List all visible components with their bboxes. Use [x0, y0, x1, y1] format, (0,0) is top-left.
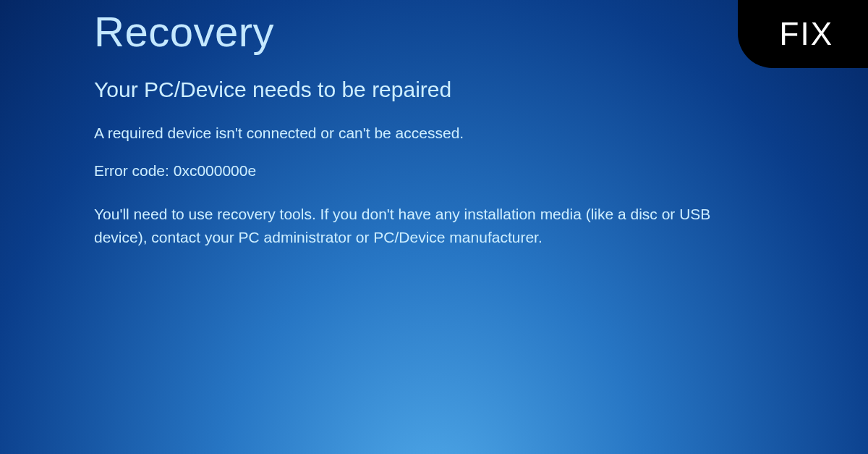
recovery-subtitle: Your PC/Device needs to be repaired [94, 77, 723, 102]
fix-badge: FIX [738, 0, 868, 68]
error-code: Error code: 0xc000000e [94, 162, 723, 180]
recovery-message: A required device isn't connected or can… [94, 122, 723, 143]
recovery-title: Recovery [94, 7, 723, 56]
recovery-instructions: You'll need to use recovery tools. If yo… [94, 203, 723, 248]
recovery-screen: Recovery Your PC/Device needs to be repa… [0, 0, 723, 248]
